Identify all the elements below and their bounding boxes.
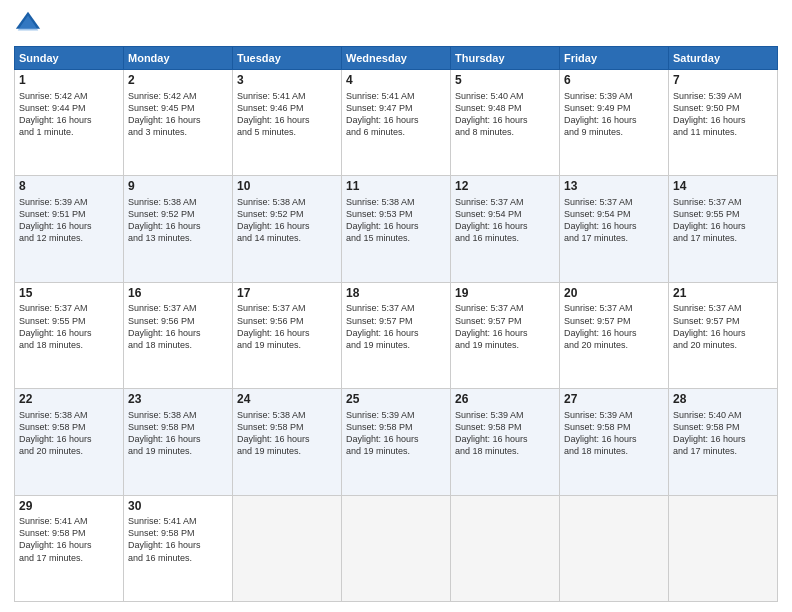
table-row: 2Sunrise: 5:42 AM Sunset: 9:45 PM Daylig…: [124, 70, 233, 176]
calendar-table: Sunday Monday Tuesday Wednesday Thursday…: [14, 46, 778, 602]
day-info: Sunrise: 5:37 AM Sunset: 9:57 PM Dayligh…: [564, 302, 664, 351]
table-row: 20Sunrise: 5:37 AM Sunset: 9:57 PM Dayli…: [560, 282, 669, 388]
table-row: 9Sunrise: 5:38 AM Sunset: 9:52 PM Daylig…: [124, 176, 233, 282]
table-row: [451, 495, 560, 601]
day-info: Sunrise: 5:41 AM Sunset: 9:47 PM Dayligh…: [346, 90, 446, 139]
day-info: Sunrise: 5:41 AM Sunset: 9:46 PM Dayligh…: [237, 90, 337, 139]
table-row: 14Sunrise: 5:37 AM Sunset: 9:55 PM Dayli…: [669, 176, 778, 282]
day-number: 15: [19, 286, 119, 302]
day-info: Sunrise: 5:39 AM Sunset: 9:49 PM Dayligh…: [564, 90, 664, 139]
day-number: 20: [564, 286, 664, 302]
day-info: Sunrise: 5:37 AM Sunset: 9:54 PM Dayligh…: [564, 196, 664, 245]
table-row: 17Sunrise: 5:37 AM Sunset: 9:56 PM Dayli…: [233, 282, 342, 388]
header-friday: Friday: [560, 47, 669, 70]
day-number: 23: [128, 392, 228, 408]
table-row: 1Sunrise: 5:42 AM Sunset: 9:44 PM Daylig…: [15, 70, 124, 176]
calendar-week-row: 15Sunrise: 5:37 AM Sunset: 9:55 PM Dayli…: [15, 282, 778, 388]
day-number: 3: [237, 73, 337, 89]
table-row: 18Sunrise: 5:37 AM Sunset: 9:57 PM Dayli…: [342, 282, 451, 388]
header-saturday: Saturday: [669, 47, 778, 70]
table-row: 7Sunrise: 5:39 AM Sunset: 9:50 PM Daylig…: [669, 70, 778, 176]
day-number: 25: [346, 392, 446, 408]
table-row: 24Sunrise: 5:38 AM Sunset: 9:58 PM Dayli…: [233, 389, 342, 495]
table-row: 22Sunrise: 5:38 AM Sunset: 9:58 PM Dayli…: [15, 389, 124, 495]
table-row: [669, 495, 778, 601]
header-thursday: Thursday: [451, 47, 560, 70]
table-row: 30Sunrise: 5:41 AM Sunset: 9:58 PM Dayli…: [124, 495, 233, 601]
day-info: Sunrise: 5:40 AM Sunset: 9:58 PM Dayligh…: [673, 409, 773, 458]
day-info: Sunrise: 5:38 AM Sunset: 9:58 PM Dayligh…: [128, 409, 228, 458]
calendar-week-row: 29Sunrise: 5:41 AM Sunset: 9:58 PM Dayli…: [15, 495, 778, 601]
day-number: 27: [564, 392, 664, 408]
day-number: 7: [673, 73, 773, 89]
table-row: [233, 495, 342, 601]
table-row: 8Sunrise: 5:39 AM Sunset: 9:51 PM Daylig…: [15, 176, 124, 282]
day-info: Sunrise: 5:39 AM Sunset: 9:50 PM Dayligh…: [673, 90, 773, 139]
day-number: 4: [346, 73, 446, 89]
calendar-week-row: 8Sunrise: 5:39 AM Sunset: 9:51 PM Daylig…: [15, 176, 778, 282]
day-number: 1: [19, 73, 119, 89]
day-info: Sunrise: 5:41 AM Sunset: 9:58 PM Dayligh…: [19, 515, 119, 564]
header-monday: Monday: [124, 47, 233, 70]
day-number: 28: [673, 392, 773, 408]
table-row: 25Sunrise: 5:39 AM Sunset: 9:58 PM Dayli…: [342, 389, 451, 495]
header-wednesday: Wednesday: [342, 47, 451, 70]
day-info: Sunrise: 5:37 AM Sunset: 9:57 PM Dayligh…: [346, 302, 446, 351]
header: [14, 10, 778, 38]
table-row: [560, 495, 669, 601]
day-number: 12: [455, 179, 555, 195]
table-row: 3Sunrise: 5:41 AM Sunset: 9:46 PM Daylig…: [233, 70, 342, 176]
day-info: Sunrise: 5:37 AM Sunset: 9:55 PM Dayligh…: [673, 196, 773, 245]
day-info: Sunrise: 5:38 AM Sunset: 9:53 PM Dayligh…: [346, 196, 446, 245]
table-row: 13Sunrise: 5:37 AM Sunset: 9:54 PM Dayli…: [560, 176, 669, 282]
day-info: Sunrise: 5:38 AM Sunset: 9:52 PM Dayligh…: [237, 196, 337, 245]
table-row: 27Sunrise: 5:39 AM Sunset: 9:58 PM Dayli…: [560, 389, 669, 495]
day-info: Sunrise: 5:42 AM Sunset: 9:44 PM Dayligh…: [19, 90, 119, 139]
day-number: 16: [128, 286, 228, 302]
table-row: 28Sunrise: 5:40 AM Sunset: 9:58 PM Dayli…: [669, 389, 778, 495]
table-row: 19Sunrise: 5:37 AM Sunset: 9:57 PM Dayli…: [451, 282, 560, 388]
day-info: Sunrise: 5:39 AM Sunset: 9:58 PM Dayligh…: [455, 409, 555, 458]
header-tuesday: Tuesday: [233, 47, 342, 70]
calendar-week-row: 22Sunrise: 5:38 AM Sunset: 9:58 PM Dayli…: [15, 389, 778, 495]
day-info: Sunrise: 5:38 AM Sunset: 9:58 PM Dayligh…: [19, 409, 119, 458]
day-number: 19: [455, 286, 555, 302]
day-number: 21: [673, 286, 773, 302]
logo-icon: [14, 10, 42, 38]
day-info: Sunrise: 5:37 AM Sunset: 9:57 PM Dayligh…: [673, 302, 773, 351]
day-number: 6: [564, 73, 664, 89]
table-row: 29Sunrise: 5:41 AM Sunset: 9:58 PM Dayli…: [15, 495, 124, 601]
day-number: 30: [128, 499, 228, 515]
calendar-week-row: 1Sunrise: 5:42 AM Sunset: 9:44 PM Daylig…: [15, 70, 778, 176]
day-number: 17: [237, 286, 337, 302]
day-number: 11: [346, 179, 446, 195]
table-row: 15Sunrise: 5:37 AM Sunset: 9:55 PM Dayli…: [15, 282, 124, 388]
day-info: Sunrise: 5:38 AM Sunset: 9:58 PM Dayligh…: [237, 409, 337, 458]
table-row: 23Sunrise: 5:38 AM Sunset: 9:58 PM Dayli…: [124, 389, 233, 495]
day-number: 10: [237, 179, 337, 195]
day-info: Sunrise: 5:37 AM Sunset: 9:55 PM Dayligh…: [19, 302, 119, 351]
day-number: 9: [128, 179, 228, 195]
table-row: 16Sunrise: 5:37 AM Sunset: 9:56 PM Dayli…: [124, 282, 233, 388]
day-info: Sunrise: 5:39 AM Sunset: 9:58 PM Dayligh…: [564, 409, 664, 458]
table-row: [342, 495, 451, 601]
page: Sunday Monday Tuesday Wednesday Thursday…: [0, 0, 792, 612]
day-number: 5: [455, 73, 555, 89]
day-number: 26: [455, 392, 555, 408]
day-info: Sunrise: 5:39 AM Sunset: 9:51 PM Dayligh…: [19, 196, 119, 245]
calendar-header-row: Sunday Monday Tuesday Wednesday Thursday…: [15, 47, 778, 70]
day-number: 8: [19, 179, 119, 195]
day-info: Sunrise: 5:38 AM Sunset: 9:52 PM Dayligh…: [128, 196, 228, 245]
day-info: Sunrise: 5:40 AM Sunset: 9:48 PM Dayligh…: [455, 90, 555, 139]
day-info: Sunrise: 5:42 AM Sunset: 9:45 PM Dayligh…: [128, 90, 228, 139]
day-number: 18: [346, 286, 446, 302]
table-row: 4Sunrise: 5:41 AM Sunset: 9:47 PM Daylig…: [342, 70, 451, 176]
table-row: 12Sunrise: 5:37 AM Sunset: 9:54 PM Dayli…: [451, 176, 560, 282]
logo: [14, 10, 46, 38]
day-info: Sunrise: 5:37 AM Sunset: 9:56 PM Dayligh…: [128, 302, 228, 351]
header-sunday: Sunday: [15, 47, 124, 70]
day-info: Sunrise: 5:41 AM Sunset: 9:58 PM Dayligh…: [128, 515, 228, 564]
day-number: 14: [673, 179, 773, 195]
table-row: 10Sunrise: 5:38 AM Sunset: 9:52 PM Dayli…: [233, 176, 342, 282]
table-row: 6Sunrise: 5:39 AM Sunset: 9:49 PM Daylig…: [560, 70, 669, 176]
